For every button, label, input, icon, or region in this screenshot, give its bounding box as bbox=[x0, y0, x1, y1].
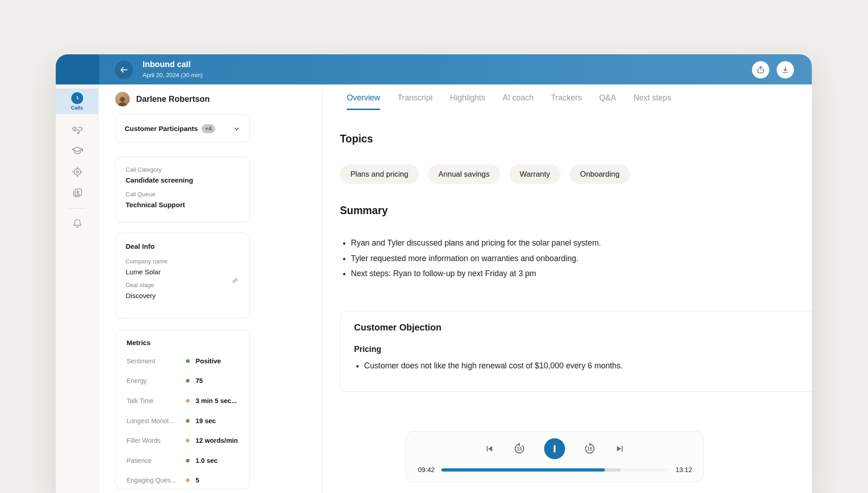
bell-icon bbox=[71, 217, 84, 230]
main-content: Overview Transcript Highlights AI coach … bbox=[323, 84, 812, 493]
progress-fill bbox=[441, 468, 605, 472]
handshake-icon bbox=[71, 124, 84, 136]
tab-qa[interactable]: Q&A bbox=[599, 93, 616, 110]
skip-forward-button[interactable] bbox=[614, 443, 625, 454]
metric-row-talk-time: Talk Time 3 min 5 sec... bbox=[127, 391, 238, 411]
tab-next-steps[interactable]: Next steps bbox=[633, 93, 671, 110]
patience-status-dot bbox=[186, 459, 190, 462]
metric-row-filler-words: Filler Words 12 words/min bbox=[127, 430, 238, 451]
call-date: April 20, 2024 (30 min) bbox=[143, 72, 203, 79]
sidebar-item-library[interactable] bbox=[56, 187, 99, 199]
sidebar-item-calls[interactable]: Calls bbox=[56, 89, 98, 114]
back-button[interactable] bbox=[115, 61, 133, 79]
metrics-card: Metrics Sentiment Positive Energy 75 Tal… bbox=[115, 330, 250, 489]
call-category-value: Candidate screening bbox=[126, 176, 239, 184]
tab-highlights[interactable]: Highlights bbox=[450, 93, 485, 110]
total-time: 13:12 bbox=[676, 466, 692, 473]
topic-chip-warranty[interactable]: Warranty bbox=[509, 164, 561, 184]
energy-status-dot bbox=[186, 379, 190, 383]
participant-profile: Darlene Robertson bbox=[115, 92, 210, 106]
rail-divider bbox=[69, 208, 86, 209]
rewind-15-button[interactable]: 15 bbox=[513, 442, 526, 456]
call-title-block: Inbound call April 20, 2024 (30 min) bbox=[143, 60, 203, 79]
share-button[interactable] bbox=[752, 61, 769, 79]
skip-back-icon bbox=[484, 443, 495, 454]
call-details-card: Call Category Candidate screening Call Q… bbox=[115, 157, 250, 222]
avatar bbox=[115, 92, 130, 106]
sidebar-item-learning[interactable] bbox=[56, 145, 99, 157]
customer-objection-card: Customer Objection Pricing Customer does… bbox=[340, 311, 812, 392]
player-controls: 15 bbox=[406, 437, 703, 461]
pause-button[interactable] bbox=[544, 438, 565, 459]
topic-chips: Plans and pricing Annual savings Warrant… bbox=[340, 164, 630, 184]
sidebar-item-coaching[interactable] bbox=[56, 124, 99, 136]
summary-list: Ryan and Tyler discussed plans and prici… bbox=[342, 236, 601, 282]
tab-overview[interactable]: Overview bbox=[347, 93, 380, 110]
current-time: 09:42 bbox=[418, 466, 434, 473]
back-arrow-icon bbox=[119, 65, 129, 75]
call-info-panel: Darlene Robertson Customer Participants … bbox=[99, 84, 322, 493]
rewind-15-icon: 15 bbox=[513, 442, 526, 456]
video-library-icon bbox=[71, 187, 84, 199]
metrics-rows: Sentiment Positive Energy 75 Talk Time 3… bbox=[127, 351, 238, 490]
clock-icon bbox=[71, 92, 83, 104]
participants-label: Customer Participants bbox=[125, 125, 198, 132]
tab-trackers[interactable]: Trackers bbox=[551, 93, 582, 110]
objection-subheading: Pricing bbox=[354, 345, 812, 354]
deal-info-title: Deal Info bbox=[126, 242, 239, 250]
summary-heading: Summary bbox=[340, 205, 388, 217]
customer-objection-header: Customer Objection bbox=[354, 322, 812, 333]
talk-time-status-dot bbox=[186, 399, 190, 403]
download-icon bbox=[781, 65, 790, 74]
sidebar-item-notifications[interactable] bbox=[56, 217, 99, 229]
call-category-label: Call Category bbox=[126, 166, 239, 173]
tab-ai-coach[interactable]: AI coach bbox=[503, 93, 534, 110]
topic-chip-plans-and-pricing[interactable]: Plans and pricing bbox=[340, 164, 419, 184]
sentiment-status-dot bbox=[186, 359, 190, 363]
sidebar-item-trackers[interactable] bbox=[56, 166, 99, 178]
company-name-value: Lume Solar bbox=[126, 268, 239, 276]
topics-heading: Topics bbox=[340, 133, 373, 145]
tab-bar: Overview Transcript Highlights AI coach … bbox=[347, 93, 671, 110]
forward-15-icon: 15 bbox=[583, 442, 597, 456]
share-icon bbox=[756, 65, 765, 74]
topic-chip-onboarding[interactable]: Onboarding bbox=[570, 164, 630, 184]
metric-row-patience: Patience 1.0 sec bbox=[127, 451, 238, 471]
skip-forward-icon bbox=[614, 443, 625, 454]
nav-rail: Calls bbox=[56, 84, 99, 493]
top-bar: Inbound call April 20, 2024 (30 min) bbox=[56, 54, 812, 84]
svg-text:15: 15 bbox=[517, 446, 522, 451]
tab-transcript[interactable]: Transcript bbox=[397, 93, 433, 110]
top-bar-actions bbox=[752, 61, 794, 79]
skip-back-button[interactable] bbox=[484, 443, 495, 454]
metric-row-longest-monologue: Longest Monol... 19 sec bbox=[127, 411, 238, 431]
customer-participants-dropdown[interactable]: Customer Participants +4 bbox=[115, 114, 250, 143]
player-progress-row: 09:42 13:12 bbox=[418, 465, 692, 474]
summary-bullet: Ryan and Tyler discussed plans and prici… bbox=[351, 236, 601, 251]
graduation-cap-icon bbox=[71, 145, 84, 157]
topic-chip-annual-savings[interactable]: Annual savings bbox=[428, 164, 500, 184]
download-button[interactable] bbox=[777, 61, 794, 79]
metric-row-engaging-questions: Engaging Ques... 5 bbox=[127, 471, 238, 491]
participants-count-badge: +4 bbox=[201, 124, 215, 133]
deal-stage-value: Discovery bbox=[126, 292, 239, 299]
svg-text:15: 15 bbox=[587, 446, 593, 451]
longest-monologue-status-dot bbox=[186, 419, 190, 423]
deal-stage-label: Deal stage bbox=[126, 282, 239, 288]
metric-row-sentiment: Sentiment Positive bbox=[127, 351, 238, 371]
objection-list: Customer does not like the high renewal … bbox=[354, 359, 812, 372]
call-queue-value: Technical Support bbox=[126, 201, 239, 209]
call-title: Inbound call bbox=[143, 60, 203, 69]
page-background: Inbound call April 20, 2024 (30 min) bbox=[0, 0, 868, 493]
customer-objection-title: Customer Objection bbox=[354, 322, 441, 333]
summary-bullet: Next steps: Ryan to follow-up by next Fr… bbox=[351, 266, 601, 282]
link-icon bbox=[231, 276, 239, 285]
calls-label: Calls bbox=[71, 105, 83, 110]
progress-bar[interactable] bbox=[441, 468, 668, 472]
call-queue-label: Call Queue bbox=[126, 191, 239, 198]
company-link-button[interactable] bbox=[230, 275, 240, 286]
deal-info-card: Deal Info Company name Lume Solar Deal s… bbox=[115, 233, 250, 319]
forward-15-button[interactable]: 15 bbox=[583, 442, 597, 456]
participant-name: Darlene Robertson bbox=[136, 94, 210, 104]
engaging-questions-status-dot bbox=[186, 478, 190, 482]
